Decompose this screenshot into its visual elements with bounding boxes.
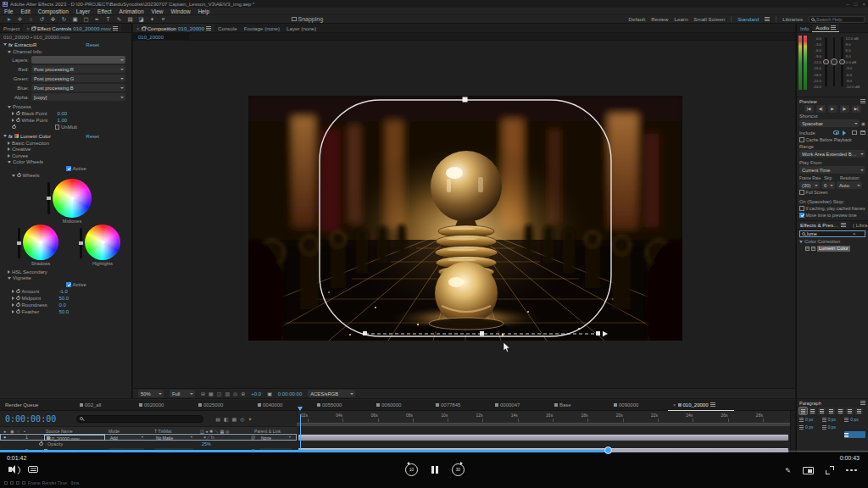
- menu-item[interactable]: Help: [198, 8, 209, 14]
- current-time-display[interactable]: 0:00:00:00: [0, 414, 61, 424]
- workspace-menu-icon[interactable]: [765, 17, 770, 21]
- tab-audio[interactable]: Audio: [812, 24, 839, 32]
- annotate-icon[interactable]: ✎: [785, 467, 791, 474]
- menu-item[interactable]: Edit: [20, 8, 30, 14]
- align-center-button[interactable]: [809, 408, 816, 414]
- stopwatch-icon[interactable]: [16, 297, 20, 301]
- stopwatch-icon[interactable]: [16, 310, 20, 314]
- cache-before-playback-checkbox[interactable]: [799, 137, 804, 142]
- skip-dropdown[interactable]: 0: [821, 181, 835, 189]
- tool-icon[interactable]: T: [103, 16, 114, 23]
- skip-back-10-button[interactable]: 10: [405, 463, 418, 476]
- timeline-comp-tab[interactable]: 0060000: [371, 402, 431, 408]
- panel-menu-icon[interactable]: [710, 402, 715, 407]
- midtones-slider[interactable]: [47, 182, 50, 214]
- menu-item[interactable]: Effect: [97, 8, 112, 14]
- channel-dropdown[interactable]: Post processing.B: [31, 84, 125, 92]
- comp-mini-tab[interactable]: 010_20000: [133, 33, 189, 41]
- picture-in-picture-icon[interactable]: [803, 467, 814, 474]
- effect-header-lumetri[interactable]: fx Lumetri Color Reset: [0, 132, 131, 140]
- blend-mode-dropdown[interactable]: Add: [108, 435, 144, 441]
- tool-icon[interactable]: ▢: [81, 16, 92, 23]
- panel-menu-icon[interactable]: [860, 401, 865, 405]
- stopwatch-icon[interactable]: [39, 442, 43, 446]
- timeline-comp-tab[interactable]: 0040000: [253, 402, 312, 408]
- libraries-button[interactable]: Libraries: [782, 16, 803, 22]
- play-cached-checkbox[interactable]: [799, 206, 804, 211]
- indent-field[interactable]: 0 px: [844, 416, 865, 423]
- panel-menu-icon[interactable]: [841, 223, 846, 227]
- audio-include-icon[interactable]: [843, 130, 849, 136]
- reset-link[interactable]: Reset: [86, 134, 99, 139]
- viewer-option-icon[interactable]: ◎: [233, 391, 237, 396]
- menu-item[interactable]: File: [4, 8, 13, 14]
- stopwatch-icon[interactable]: [12, 125, 16, 130]
- tool-icon[interactable]: ✎: [114, 16, 125, 23]
- tool-icon[interactable]: ◪: [136, 16, 147, 23]
- frame-rate-dropdown[interactable]: (30): [799, 181, 820, 189]
- workspace-item-active[interactable]: Standard: [737, 16, 759, 22]
- panel-menu-icon[interactable]: [831, 25, 836, 30]
- hyphenate-toggle[interactable]: [844, 431, 865, 438]
- lumetri-section-row[interactable]: Basic Correction: [0, 140, 131, 147]
- trkmat-header[interactable]: T TrkMat: [154, 429, 171, 434]
- transport-button[interactable]: |▶: [840, 105, 849, 113]
- effects-search-box[interactable]: ×: [799, 230, 865, 237]
- playhead[interactable]: [298, 411, 303, 453]
- snapping-checkbox[interactable]: [292, 17, 297, 22]
- tool-icon[interactable]: ↻: [58, 16, 70, 23]
- layer-row[interactable]: ● 1 010_20000.mov Add No Matte ●／fx @ No…: [0, 434, 297, 441]
- group-channel-info[interactable]: Channel Info: [0, 48, 131, 55]
- workspace-item[interactable]: Default: [629, 16, 646, 22]
- stopwatch-icon[interactable]: [16, 303, 20, 308]
- viewer-option-icon[interactable]: ▦: [209, 391, 214, 396]
- parent-pickwhip-icon[interactable]: @: [251, 435, 255, 440]
- panel-menu-icon[interactable]: [113, 26, 118, 30]
- channel-dropdown[interactable]: Post processing.R: [31, 65, 125, 73]
- property-value[interactable]: 50.0: [59, 309, 70, 314]
- motion-blur-icon[interactable]: ✦: [248, 416, 252, 422]
- window-control-button[interactable]: –: [847, 2, 849, 7]
- effects-item-row[interactable]: 32 fx Lumetri Color: [805, 245, 868, 252]
- timeline-comp-tab[interactable]: 002_all: [75, 402, 134, 408]
- tab-composition[interactable]: × Composition 010_20000: [133, 24, 214, 32]
- stopwatch-icon[interactable]: [16, 290, 20, 294]
- panel-menu-icon[interactable]: [206, 26, 211, 30]
- tab-libraries[interactable]: ( Libra: [849, 221, 868, 229]
- workspace-item[interactable]: Review: [651, 16, 668, 22]
- audio-left-slider[interactable]: [825, 37, 827, 86]
- effect-item-label[interactable]: Lumetri Color: [817, 246, 850, 252]
- vignette-row[interactable]: Vignette: [0, 275, 131, 282]
- composition-viewport[interactable]: [248, 96, 682, 341]
- effects-group-row[interactable]: Color Correction: [797, 238, 868, 245]
- window-control-button[interactable]: ×: [862, 2, 865, 7]
- mask-handle[interactable]: [596, 331, 600, 336]
- hide-shy-layers-icon[interactable]: ▦: [232, 416, 237, 422]
- indent-field[interactable]: 0 px: [799, 424, 821, 430]
- timeline-comp-tab[interactable]: 0055000: [312, 402, 371, 408]
- window-control-button[interactable]: □: [854, 2, 858, 7]
- transport-button[interactable]: ◀|: [816, 105, 826, 113]
- range-dropdown[interactable]: Work Area Extended By Current Time: [799, 150, 865, 158]
- pause-button[interactable]: [431, 466, 438, 474]
- menu-item[interactable]: Animation: [120, 8, 144, 14]
- tool-icon[interactable]: ▤: [125, 16, 136, 23]
- panel-menu-icon[interactable]: [860, 99, 865, 103]
- progress-handle[interactable]: [604, 446, 612, 454]
- viewer-option-icon[interactable]: ▥: [225, 391, 230, 396]
- lumetri-section-row[interactable]: Curves: [0, 152, 131, 159]
- tab-render-queue[interactable]: Render Queue: [0, 402, 75, 408]
- viewer-tab[interactable]: Footage (none): [241, 24, 283, 32]
- help-search-input[interactable]: [816, 17, 859, 22]
- property-value[interactable]: 0.00: [58, 111, 68, 116]
- draft-3d-icon[interactable]: ◧: [224, 416, 229, 422]
- menu-item[interactable]: View: [152, 8, 164, 14]
- indent-field[interactable]: 0 px: [822, 424, 843, 430]
- channel-dropdown[interactable]: Post processing.G: [31, 75, 125, 82]
- tab-effect-controls[interactable]: × Effect Controls 010_20000.mov: [23, 24, 120, 32]
- tool-icon[interactable]: ✜: [47, 16, 58, 23]
- layer-duration-bar[interactable]: [298, 435, 788, 441]
- effect-header-extractor[interactable]: fx ExtractoR Reset: [0, 41, 131, 48]
- property-row-opacity[interactable]: Opacity 25%: [0, 441, 297, 447]
- justify-last-left-button[interactable]: [827, 408, 835, 414]
